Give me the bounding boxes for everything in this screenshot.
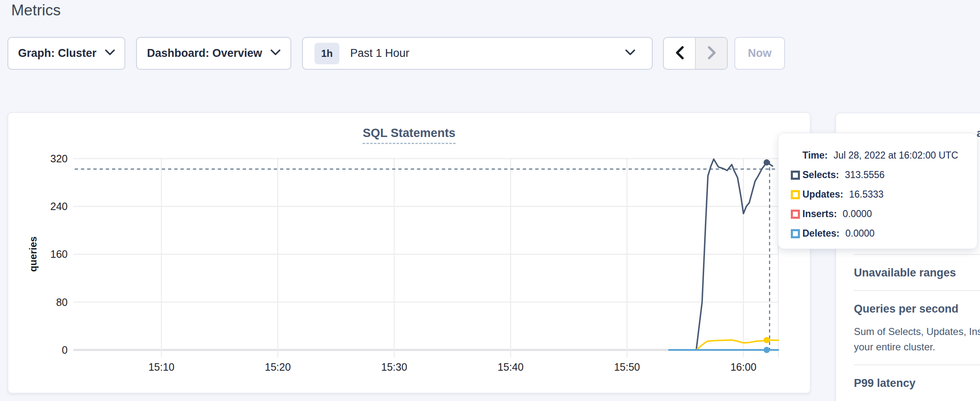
chevron-right-icon	[706, 45, 717, 62]
tooltip-series-label: Updates:	[802, 189, 843, 200]
time-step-buttons	[663, 37, 728, 70]
tooltip-row-selects: Selects:313.5556	[778, 165, 977, 185]
updates-point-marker	[763, 337, 770, 343]
y-tick-label: 240	[50, 200, 68, 212]
x-tick-label: 15:40	[497, 361, 524, 373]
graph-dropdown-label: Graph: Cluster	[18, 47, 96, 60]
chevron-down-icon	[271, 49, 280, 57]
deletes-point-marker	[763, 347, 770, 353]
metrics-page: Metrics Graph: Cluster Dashboard: Overvi…	[0, 0, 980, 401]
sidebar-description: Sum of Selects, Updates, Inseryour entir…	[854, 324, 980, 355]
sidebar-sections: Unavailable rangesQueries per secondSum …	[854, 254, 980, 401]
dashboard-dropdown-label: Dashboard: Overview	[147, 47, 262, 60]
series-color-swatch	[791, 210, 800, 219]
now-button: Now	[734, 37, 785, 70]
chevron-left-icon	[674, 45, 685, 62]
series-color-swatch	[791, 190, 800, 199]
x-tick-label: 15:10	[149, 361, 175, 373]
series-color-swatch	[791, 171, 800, 180]
chart-hover-tooltip: Time:Jul 28, 2022 at 16:02:00 UTC Select…	[778, 133, 978, 249]
tooltip-time-label: Time:	[802, 150, 828, 161]
sidebar-heading-queries-per-second[interactable]: Queries per second	[854, 303, 980, 315]
next-time-button-disabled	[695, 38, 727, 69]
x-tick-label: 15:30	[381, 361, 407, 373]
sidebar-divider	[854, 364, 980, 365]
tooltip-row-deletes: Deletes:0.0000	[778, 224, 977, 243]
y-tick-label: 320	[50, 153, 68, 164]
page-title: Metrics	[11, 2, 61, 19]
x-tick-label: 16:00	[730, 361, 756, 373]
tooltip-series-value: 0.0000	[843, 208, 872, 219]
dashboard-dropdown[interactable]: Dashboard: Overview	[136, 37, 291, 70]
x-tick-label: 15:20	[265, 361, 291, 373]
selects-point-marker	[763, 159, 770, 166]
tooltip-row-inserts: Inserts:0.0000	[778, 204, 977, 224]
tooltip-series-value: 313.5556	[845, 169, 885, 180]
tooltip-series-label: Selects:	[802, 169, 839, 180]
sidebar-divider	[854, 290, 980, 291]
x-tick-label: 15:50	[614, 361, 640, 373]
tooltip-series-value: 0.0000	[845, 228, 874, 239]
chevron-down-icon	[625, 49, 635, 57]
previous-time-button[interactable]	[664, 38, 695, 69]
sidebar-divider	[854, 254, 980, 255]
time-range-dropdown[interactable]: 1h Past 1 Hour	[302, 37, 653, 70]
y-tick-label: 0	[62, 344, 68, 356]
tooltip-row-updates: Updates:16.5333	[778, 185, 977, 204]
sidebar-heading-unavailable-ranges[interactable]: Unavailable ranges	[854, 267, 980, 279]
time-range-label: Past 1 Hour	[350, 47, 410, 60]
sidebar-heading-p99-latency[interactable]: P99 latency	[854, 377, 980, 390]
chevron-down-icon	[105, 49, 115, 57]
y-tick-label: 80	[56, 296, 68, 308]
series-color-swatch	[791, 229, 800, 238]
tooltip-series-value: 16.5333	[849, 189, 883, 200]
tooltip-time-row: Time:Jul 28, 2022 at 16:02:00 UTC	[778, 146, 977, 165]
sql-statements-chart[interactable]: 08016024032015:1015:2015:3015:4015:5016:…	[7, 112, 811, 394]
tooltip-series-label: Inserts:	[802, 208, 837, 219]
time-range-badge: 1h	[314, 43, 339, 64]
y-tick-label: 160	[50, 248, 68, 260]
tooltip-series-label: Deletes:	[802, 228, 839, 239]
tooltip-time-value: Jul 28, 2022 at 16:02:00 UTC	[834, 150, 958, 161]
y-axis-label: queries	[27, 236, 39, 271]
graph-dropdown[interactable]: Graph: Cluster	[7, 37, 125, 70]
